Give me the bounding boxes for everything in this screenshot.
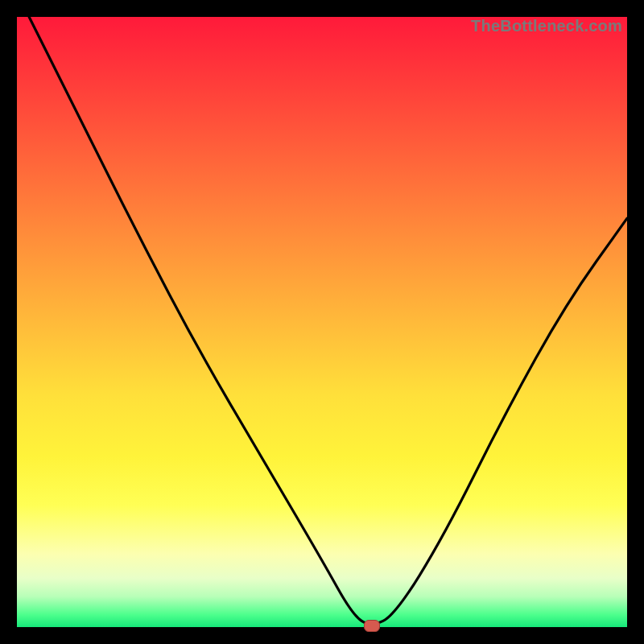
optimal-point-marker: [364, 620, 380, 632]
bottleneck-curve: [17, 17, 627, 627]
curve-path: [29, 17, 627, 624]
plot-area: TheBottleneck.com: [17, 17, 627, 627]
